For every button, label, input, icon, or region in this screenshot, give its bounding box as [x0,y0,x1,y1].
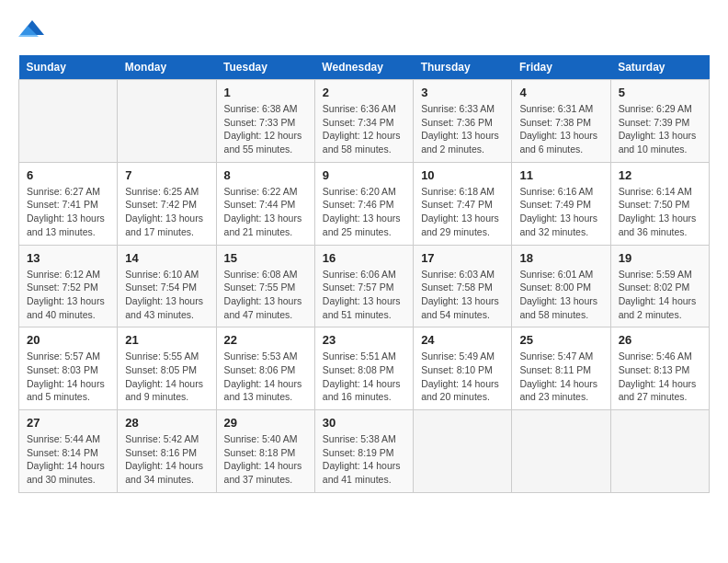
day-info: Sunrise: 6:16 AM Sunset: 7:49 PM Dayligh… [519,185,602,239]
day-info: Sunrise: 5:46 AM Sunset: 8:13 PM Dayligh… [619,350,701,404]
column-header-sunday: Sunday [19,55,118,80]
day-info: Sunrise: 6:12 AM Sunset: 7:52 PM Dayligh… [27,268,109,322]
page-header [18,18,710,40]
day-number: 29 [224,416,307,430]
day-number: 28 [125,416,208,430]
calendar-cell: 28Sunrise: 5:42 AM Sunset: 8:16 PM Dayli… [118,410,216,493]
calendar-cell: 17Sunrise: 6:03 AM Sunset: 7:58 PM Dayli… [414,245,512,327]
calendar-cell: 20Sunrise: 5:57 AM Sunset: 8:03 PM Dayli… [19,327,118,410]
calendar-cell: 25Sunrise: 5:47 AM Sunset: 8:11 PM Dayli… [512,327,610,410]
day-number: 26 [619,333,701,347]
calendar-cell: 24Sunrise: 5:49 AM Sunset: 8:10 PM Dayli… [414,327,512,410]
column-header-saturday: Saturday [610,55,709,80]
calendar-row: 1Sunrise: 6:38 AM Sunset: 7:33 PM Daylig… [19,80,710,163]
calendar-cell: 12Sunrise: 6:14 AM Sunset: 7:50 PM Dayli… [610,162,709,245]
day-info: Sunrise: 5:53 AM Sunset: 8:06 PM Dayligh… [224,350,307,404]
calendar-cell: 5Sunrise: 6:29 AM Sunset: 7:39 PM Daylig… [610,80,709,163]
day-info: Sunrise: 6:27 AM Sunset: 7:41 PM Dayligh… [27,185,109,239]
day-number: 3 [421,86,504,99]
day-number: 27 [27,416,109,430]
column-header-wednesday: Wednesday [314,55,413,80]
day-info: Sunrise: 5:51 AM Sunset: 8:08 PM Dayligh… [323,350,405,404]
day-info: Sunrise: 6:10 AM Sunset: 7:54 PM Dayligh… [125,268,208,322]
calendar-cell: 7Sunrise: 6:25 AM Sunset: 7:42 PM Daylig… [118,162,216,245]
calendar-cell: 23Sunrise: 5:51 AM Sunset: 8:08 PM Dayli… [314,327,413,410]
day-info: Sunrise: 5:38 AM Sunset: 8:19 PM Dayligh… [323,432,405,487]
logo [18,18,50,40]
day-number: 18 [519,251,602,265]
calendar-header: SundayMondayTuesdayWednesdayThursdayFrid… [19,55,710,80]
day-info: Sunrise: 6:31 AM Sunset: 7:38 PM Dayligh… [519,102,602,156]
calendar-cell [19,80,118,163]
calendar-row: 13Sunrise: 6:12 AM Sunset: 7:52 PM Dayli… [19,245,710,327]
day-number: 8 [224,168,307,182]
day-info: Sunrise: 6:33 AM Sunset: 7:36 PM Dayligh… [421,102,504,156]
calendar-cell [414,410,512,493]
day-number: 5 [619,86,701,99]
day-info: Sunrise: 6:25 AM Sunset: 7:42 PM Dayligh… [125,185,208,239]
day-info: Sunrise: 5:57 AM Sunset: 8:03 PM Dayligh… [27,350,109,404]
day-number: 20 [27,333,109,347]
day-number: 16 [323,251,405,265]
day-info: Sunrise: 6:29 AM Sunset: 7:39 PM Dayligh… [619,102,701,156]
calendar-cell: 4Sunrise: 6:31 AM Sunset: 7:38 PM Daylig… [512,80,610,163]
day-number: 24 [421,333,504,347]
day-number: 12 [619,168,701,182]
day-info: Sunrise: 6:38 AM Sunset: 7:33 PM Dayligh… [224,102,307,156]
calendar-cell: 8Sunrise: 6:22 AM Sunset: 7:44 PM Daylig… [216,162,314,245]
calendar-cell: 2Sunrise: 6:36 AM Sunset: 7:34 PM Daylig… [314,80,413,163]
day-info: Sunrise: 5:47 AM Sunset: 8:11 PM Dayligh… [519,350,602,404]
calendar-cell: 14Sunrise: 6:10 AM Sunset: 7:54 PM Dayli… [118,245,216,327]
calendar-cell: 15Sunrise: 6:08 AM Sunset: 7:55 PM Dayli… [216,245,314,327]
calendar-row: 27Sunrise: 5:44 AM Sunset: 8:14 PM Dayli… [19,410,710,493]
day-info: Sunrise: 5:59 AM Sunset: 8:02 PM Dayligh… [619,268,701,322]
day-number: 2 [323,86,405,99]
calendar-cell: 9Sunrise: 6:20 AM Sunset: 7:46 PM Daylig… [314,162,413,245]
day-info: Sunrise: 5:55 AM Sunset: 8:05 PM Dayligh… [125,350,208,404]
day-number: 15 [224,251,307,265]
calendar-body: 1Sunrise: 6:38 AM Sunset: 7:33 PM Daylig… [19,80,710,493]
day-number: 23 [323,333,405,347]
day-number: 19 [619,251,701,265]
day-info: Sunrise: 5:44 AM Sunset: 8:14 PM Dayligh… [27,432,109,487]
day-info: Sunrise: 6:01 AM Sunset: 8:00 PM Dayligh… [519,268,602,322]
calendar-cell: 6Sunrise: 6:27 AM Sunset: 7:41 PM Daylig… [19,162,118,245]
calendar-cell: 13Sunrise: 6:12 AM Sunset: 7:52 PM Dayli… [19,245,118,327]
calendar-row: 6Sunrise: 6:27 AM Sunset: 7:41 PM Daylig… [19,162,710,245]
calendar-cell: 19Sunrise: 5:59 AM Sunset: 8:02 PM Dayli… [610,245,709,327]
day-info: Sunrise: 5:49 AM Sunset: 8:10 PM Dayligh… [421,350,504,404]
day-number: 30 [323,416,405,430]
calendar-cell: 18Sunrise: 6:01 AM Sunset: 8:00 PM Dayli… [512,245,610,327]
logo-icon [18,18,46,40]
day-info: Sunrise: 6:36 AM Sunset: 7:34 PM Dayligh… [323,102,405,156]
calendar-cell: 27Sunrise: 5:44 AM Sunset: 8:14 PM Dayli… [19,410,118,493]
day-number: 9 [323,168,405,182]
day-number: 14 [125,251,208,265]
calendar-table: SundayMondayTuesdayWednesdayThursdayFrid… [18,55,710,493]
day-info: Sunrise: 6:22 AM Sunset: 7:44 PM Dayligh… [224,185,307,239]
header-row: SundayMondayTuesdayWednesdayThursdayFrid… [19,55,710,80]
calendar-row: 20Sunrise: 5:57 AM Sunset: 8:03 PM Dayli… [19,327,710,410]
column-header-tuesday: Tuesday [216,55,314,80]
day-info: Sunrise: 6:06 AM Sunset: 7:57 PM Dayligh… [323,268,405,322]
calendar-cell: 26Sunrise: 5:46 AM Sunset: 8:13 PM Dayli… [610,327,709,410]
calendar-cell [512,410,610,493]
day-number: 1 [224,86,307,99]
day-number: 4 [519,86,602,99]
calendar-cell: 30Sunrise: 5:38 AM Sunset: 8:19 PM Dayli… [314,410,413,493]
calendar-cell: 1Sunrise: 6:38 AM Sunset: 7:33 PM Daylig… [216,80,314,163]
calendar-cell [610,410,709,493]
calendar-cell: 21Sunrise: 5:55 AM Sunset: 8:05 PM Dayli… [118,327,216,410]
column-header-monday: Monday [118,55,216,80]
calendar-cell: 22Sunrise: 5:53 AM Sunset: 8:06 PM Dayli… [216,327,314,410]
day-info: Sunrise: 6:08 AM Sunset: 7:55 PM Dayligh… [224,268,307,322]
day-info: Sunrise: 5:40 AM Sunset: 8:18 PM Dayligh… [224,432,307,487]
day-number: 21 [125,333,208,347]
day-number: 6 [27,168,109,182]
day-number: 25 [519,333,602,347]
day-number: 17 [421,251,504,265]
calendar-cell: 29Sunrise: 5:40 AM Sunset: 8:18 PM Dayli… [216,410,314,493]
day-info: Sunrise: 6:14 AM Sunset: 7:50 PM Dayligh… [619,185,701,239]
calendar-cell: 3Sunrise: 6:33 AM Sunset: 7:36 PM Daylig… [414,80,512,163]
day-info: Sunrise: 6:18 AM Sunset: 7:47 PM Dayligh… [421,185,504,239]
